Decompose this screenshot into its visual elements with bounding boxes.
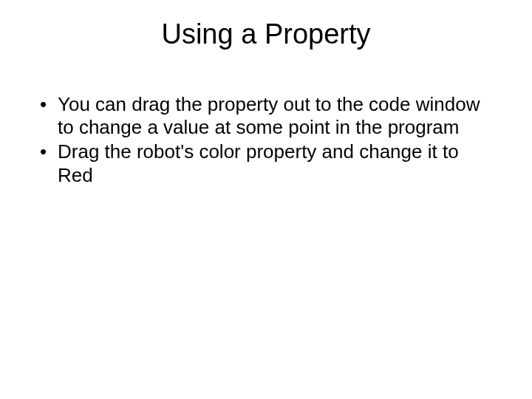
bullet-item: Drag the robot's color property and chan… (37, 140, 495, 186)
bullet-list: You can drag the property out to the cod… (37, 93, 495, 187)
bullet-item: You can drag the property out to the cod… (37, 93, 495, 139)
slide-container: Using a Property You can drag the proper… (0, 0, 532, 399)
slide-title: Using a Property (37, 18, 495, 50)
